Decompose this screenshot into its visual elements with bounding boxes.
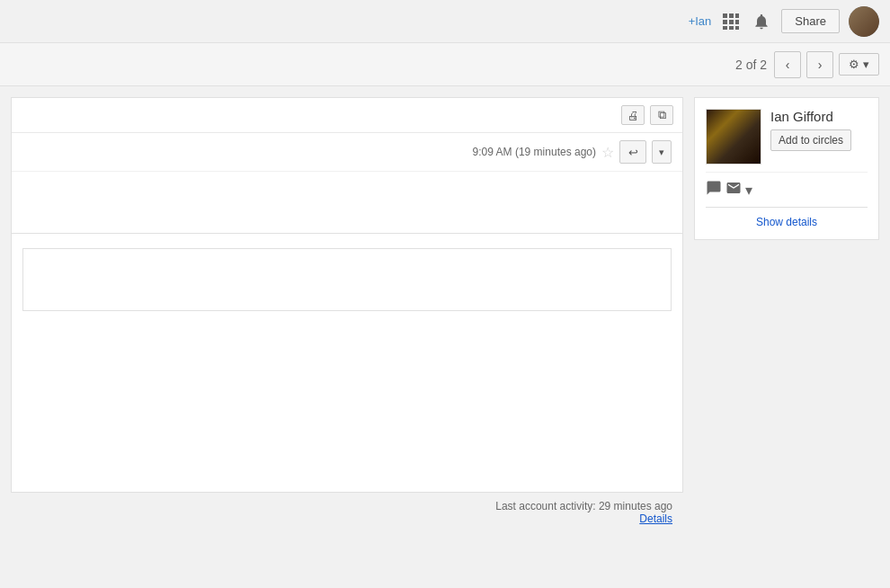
- email-footer: Last account activity: 29 minutes ago De…: [0, 493, 683, 532]
- new-window-button[interactable]: ⧉: [650, 105, 673, 125]
- email-icon[interactable]: [725, 180, 742, 200]
- message-time: 9:09 AM (19 minutes ago): [473, 146, 596, 158]
- svg-rect-8: [735, 26, 739, 30]
- contact-actions: ▾: [706, 172, 868, 200]
- email-toolbar: 2 of 2 ‹ › ⚙ ▾: [0, 43, 890, 86]
- settings-button[interactable]: ⚙ ▾: [839, 53, 879, 76]
- notifications-icon[interactable]: [751, 11, 772, 32]
- message-header: 9:09 AM (19 minutes ago) ☆ ↩ ▾: [12, 133, 682, 172]
- contact-name: Ian Gifford: [770, 109, 868, 124]
- svg-rect-4: [729, 20, 734, 24]
- show-details: Show details: [706, 215, 868, 228]
- contact-info: Ian Gifford Add to circles: [770, 109, 868, 151]
- email-container: 🖨 ⧉ 9:09 AM (19 minutes ago) ☆ ↩ ▾: [11, 97, 683, 493]
- prev-button[interactable]: ‹: [774, 51, 801, 78]
- main-content: 🖨 ⧉ 9:09 AM (19 minutes ago) ☆ ↩ ▾: [0, 86, 890, 588]
- add-to-circles-button[interactable]: Add to circles: [770, 129, 851, 151]
- show-details-link[interactable]: Show details: [756, 216, 817, 228]
- share-button[interactable]: Share: [781, 9, 840, 33]
- svg-rect-2: [735, 13, 739, 18]
- reply-icon: ↩: [628, 146, 638, 159]
- contact-card: Ian Gifford Add to circles ▾ Show detail…: [694, 97, 879, 240]
- chevron-down-icon: ▾: [659, 147, 664, 158]
- print-icon: 🖨: [627, 109, 639, 122]
- email-body: [12, 172, 682, 226]
- svg-rect-5: [735, 20, 739, 24]
- page-indicator: 2 of 2: [735, 58, 767, 72]
- email-divider: [12, 233, 682, 234]
- star-icon[interactable]: ☆: [601, 144, 614, 161]
- chat-icon[interactable]: [706, 180, 722, 200]
- svg-rect-6: [723, 26, 727, 30]
- contact-divider: [706, 207, 868, 208]
- details-link[interactable]: Details: [11, 512, 672, 525]
- settings-arrow-icon: ▾: [863, 58, 869, 71]
- email-area: 🖨 ⧉ 9:09 AM (19 minutes ago) ☆ ↩ ▾: [0, 86, 683, 588]
- contact-more-icon[interactable]: ▾: [745, 182, 752, 199]
- more-options-button[interactable]: ▾: [652, 140, 672, 164]
- expand-icon: ⧉: [658, 108, 666, 122]
- sidebar: Ian Gifford Add to circles ▾ Show detail…: [683, 86, 890, 588]
- plus-ian-link[interactable]: +Ian: [689, 14, 712, 28]
- avatar-image: [849, 6, 879, 37]
- svg-rect-0: [723, 13, 727, 18]
- apps-icon[interactable]: [720, 11, 742, 32]
- contact-top: Ian Gifford Add to circles: [706, 109, 868, 165]
- gear-icon: ⚙: [849, 58, 859, 71]
- svg-rect-3: [723, 20, 727, 24]
- reply-button[interactable]: ↩: [619, 140, 646, 164]
- print-button[interactable]: 🖨: [621, 105, 645, 125]
- next-button[interactable]: ›: [806, 51, 833, 78]
- top-navigation: +Ian Share: [0, 0, 890, 43]
- email-actions-bar: 🖨 ⧉: [12, 98, 682, 133]
- contact-photo: [706, 109, 761, 165]
- user-avatar[interactable]: [849, 6, 879, 37]
- activity-text: Last account activity: 29 minutes ago: [495, 500, 672, 512]
- svg-rect-7: [729, 26, 734, 30]
- svg-rect-1: [729, 13, 734, 18]
- compose-area[interactable]: [22, 248, 672, 311]
